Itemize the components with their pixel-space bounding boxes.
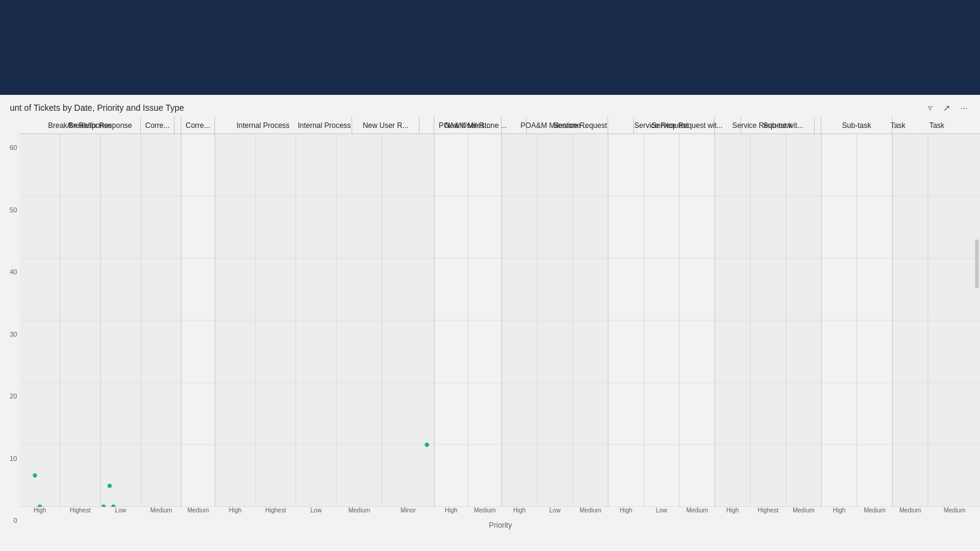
y-tick-0: 0 bbox=[13, 517, 17, 524]
col-header-newuser: New User R... bbox=[352, 117, 420, 133]
col-header-srwit: Service Request wit... bbox=[634, 117, 741, 133]
x-label-ip-low: Low bbox=[296, 507, 336, 514]
col-header-subtask: Sub-task bbox=[741, 117, 815, 133]
y-tick-50: 50 bbox=[10, 206, 17, 214]
x-label-srw-high: High bbox=[715, 507, 750, 514]
col-header-breakfix: Break/fix Response bbox=[20, 117, 141, 133]
x-label-ip-highest: Highest bbox=[255, 507, 296, 514]
x-label-bf-low: Low bbox=[100, 507, 141, 514]
col-header-poam: POA&M Milestone ... bbox=[420, 117, 527, 133]
y-tick-10: 10 bbox=[10, 455, 17, 462]
scatter-plot-main: .dot { fill: #2da89a; } bbox=[20, 134, 980, 507]
x-label-ip-minor: Minor bbox=[382, 507, 434, 514]
col-header-task: Task bbox=[815, 117, 980, 133]
x-label-srw-medium: Medium bbox=[786, 507, 821, 514]
chart-area: 0 10 20 30 40 50 60 Break/fix Response bbox=[0, 117, 980, 551]
x-label-t-medium2: Medium bbox=[928, 507, 980, 514]
x-label-t-medium1: Medium bbox=[892, 507, 928, 514]
chart-title: unt of Tickets by Date, Priority and Iss… bbox=[10, 103, 184, 113]
x-axis-title: Priority bbox=[20, 521, 980, 530]
x-label-st-high: High bbox=[821, 507, 857, 514]
y-tick-20: 20 bbox=[10, 392, 17, 400]
y-tick-60: 60 bbox=[10, 144, 17, 151]
x-label-bf-high: High bbox=[20, 507, 60, 514]
y-tick-30: 30 bbox=[10, 331, 17, 338]
more-icon[interactable]: ··· bbox=[958, 102, 970, 114]
x-label-ip-medium: Medium bbox=[336, 507, 382, 514]
x-label-sr-high: High bbox=[608, 507, 644, 514]
expand-icon[interactable]: ➚ bbox=[941, 102, 953, 114]
plot-area: Break/fix Response Corre... Internal Pro… bbox=[20, 117, 980, 551]
filter-icon[interactable]: ▿ bbox=[924, 102, 936, 114]
chart-header: unt of Tickets by Date, Priority and Iss… bbox=[0, 95, 980, 117]
scrollbar-indicator[interactable] bbox=[975, 239, 979, 288]
top-bar bbox=[0, 0, 980, 95]
x-label-nu-medium: Medium bbox=[468, 507, 502, 514]
chart-icons: ▿ ➚ ··· bbox=[924, 102, 970, 114]
svg-point-155 bbox=[108, 484, 112, 488]
x-label-st-medium: Medium bbox=[857, 507, 892, 514]
col-header-sr: Service Request bbox=[527, 117, 634, 133]
x-label-co-medium: Medium bbox=[181, 507, 215, 514]
chart-container: unt of Tickets by Date, Priority and Iss… bbox=[0, 95, 980, 551]
column-headers-row: Break/fix Response Corre... Internal Pro… bbox=[20, 117, 980, 134]
x-label-pm-low: Low bbox=[537, 507, 573, 514]
plot-wrapper: Break/fix Response Corre... Internal Pro… bbox=[20, 117, 980, 551]
x-label-pm-medium: Medium bbox=[573, 507, 608, 514]
x-axis-labels: High Highest Low Medium Medium High High… bbox=[20, 507, 980, 514]
svg-point-142 bbox=[33, 473, 37, 478]
col-header-corre: Corre... bbox=[141, 117, 175, 133]
x-label-srw-highest: Highest bbox=[750, 507, 786, 514]
x-label-ip-high: High bbox=[215, 507, 255, 514]
svg-point-205 bbox=[425, 443, 429, 447]
col-header-internal: Internal Process bbox=[175, 117, 352, 133]
x-label-sr-low: Low bbox=[644, 507, 679, 514]
x-label-bf-medium: Medium bbox=[141, 507, 181, 514]
chart-inner: 0 10 20 30 40 50 60 Break/fix Response bbox=[0, 117, 980, 551]
y-tick-40: 40 bbox=[10, 268, 17, 276]
x-label-bf-highest: Highest bbox=[60, 507, 100, 514]
x-label-sr-medium: Medium bbox=[679, 507, 715, 514]
x-label-pm-high: High bbox=[502, 507, 537, 514]
y-axis: 0 10 20 30 40 50 60 bbox=[0, 117, 20, 551]
x-label-nu-high: High bbox=[434, 507, 468, 514]
